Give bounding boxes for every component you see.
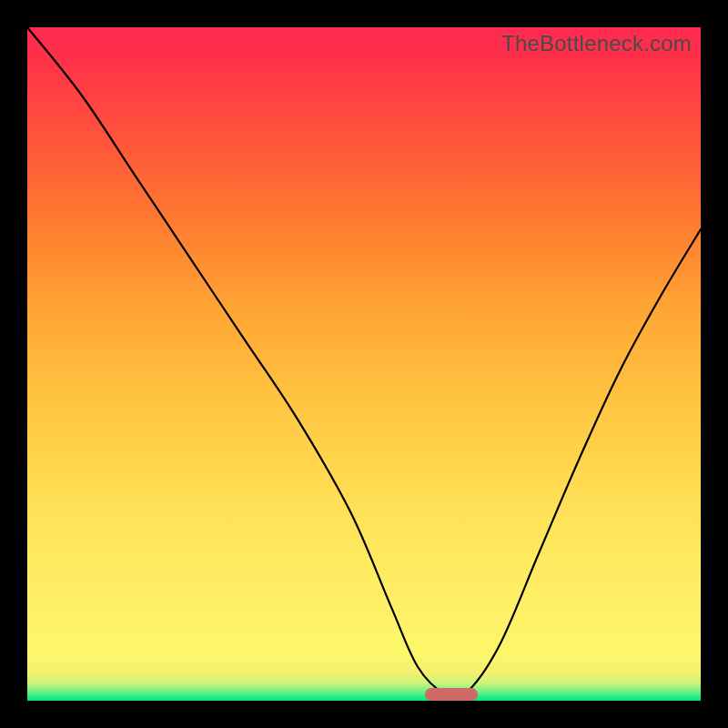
bottleneck-curve [27, 27, 701, 701]
plot-area: TheBottleneck.com [27, 27, 701, 701]
optimal-point-indicator [425, 688, 478, 701]
chart-frame: TheBottleneck.com [0, 0, 728, 728]
